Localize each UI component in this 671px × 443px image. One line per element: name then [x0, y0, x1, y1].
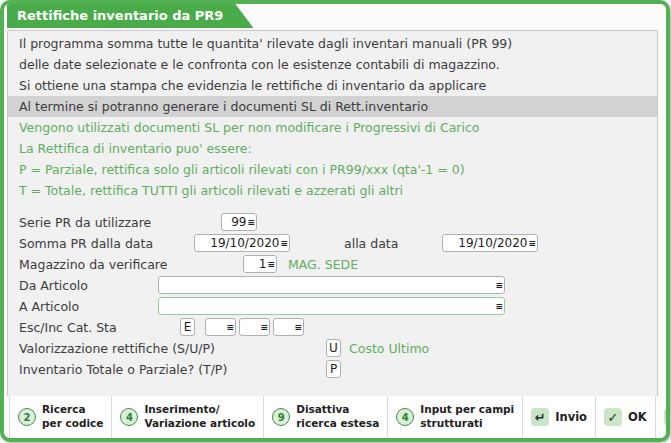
button-label: per codice — [42, 417, 103, 429]
info-line-7: P = Parziale, rettifica solo gli articol… — [8, 159, 657, 180]
info-line-3: Si ottiene una stampa che evidenzia le r… — [8, 75, 657, 96]
da-articolo-field[interactable]: ≡ — [158, 276, 505, 294]
invio-button[interactable]: ↵ Invio — [523, 396, 596, 438]
form-row-a-articolo: A Articolo ≡ — [8, 296, 657, 317]
valorizzazione-label: Valorizzazione rettifiche (S/U/P) — [19, 338, 215, 359]
app-window: Rettifiche inventario da PR9 Il programm… — [0, 0, 670, 442]
inventario-value: P — [330, 362, 337, 376]
esc-inc-mode-value: E — [184, 320, 192, 334]
esc-inc-label: Esc/Inc Cat. Sta — [19, 317, 117, 338]
valorizzazione-note: Costo Ultimo — [349, 338, 429, 359]
inventario-field[interactable]: P — [326, 360, 341, 378]
button-label: ricerca estesa — [296, 417, 379, 429]
magazzino-field[interactable]: 1 ≡ — [243, 255, 277, 273]
date-to-value: 19/10/2020 — [458, 236, 527, 250]
ricerca-per-codice-button[interactable]: 2 Ricerca per codice — [9, 396, 112, 438]
magazzino-label: Magazzino da verificare — [19, 254, 167, 275]
disattiva-ricerca-estesa-button[interactable]: 9 Disattiva ricerca estesa — [264, 396, 388, 438]
circled-4-key-icon: 4 — [396, 408, 414, 426]
page-title: Rettifiche inventario da PR9 — [17, 8, 223, 23]
window-title-tab: Rettifiche inventario da PR9 — [7, 4, 253, 28]
field-menu-icon[interactable]: ≡ — [280, 239, 288, 248]
field-menu-icon[interactable]: ≡ — [260, 323, 268, 332]
info-line-8: T = Totale, rettifica TUTTI gli articoli… — [8, 180, 657, 201]
button-label: Disattiva — [296, 403, 349, 415]
alla-data-label: alla data — [344, 233, 398, 254]
da-articolo-label: Da Articolo — [19, 275, 88, 296]
field-menu-icon[interactable]: ≡ — [226, 323, 234, 332]
button-label: OK — [628, 410, 647, 424]
button-label: Variazione articolo — [144, 417, 255, 429]
button-label: Input per campi — [420, 403, 514, 415]
titlebar: Rettifiche inventario da PR9 — [4, 4, 666, 30]
main-panel: Il programma somma tutte le quantita' ri… — [7, 30, 658, 397]
ok-button[interactable]: ✓ OK — [596, 396, 656, 438]
serie-pr-field[interactable]: 99 ≡ — [221, 213, 257, 231]
field-menu-icon[interactable]: ≡ — [294, 323, 302, 332]
serie-pr-value: 99 — [231, 215, 246, 229]
circled-9-key-icon: 9 — [272, 408, 290, 426]
check-icon: ✓ — [604, 408, 622, 426]
info-line-5: Vengono utilizzati documenti SL per non … — [8, 117, 657, 138]
button-label: Ricerca — [42, 403, 86, 415]
input-campi-strutturati-button[interactable]: 4 Input per campi strutturati — [388, 396, 523, 438]
form-row-date-range: Somma PR dalla data 19/10/2020 ≡ alla da… — [8, 233, 657, 254]
field-menu-icon[interactable]: ≡ — [528, 239, 536, 248]
a-articolo-label: A Articolo — [19, 296, 79, 317]
button-label: strutturati — [420, 417, 482, 429]
form-row-valorizzazione: Valorizzazione rettifiche (S/U/P) U Cost… — [8, 338, 657, 359]
form-row-serie: Serie PR da utilizzare 99 ≡ — [8, 212, 657, 233]
button-label: Invio — [555, 410, 587, 424]
inventario-label: Inventario Totale o Parziale? (T/P) — [19, 359, 227, 380]
form-row-inventario: Inventario Totale o Parziale? (T/P) P — [8, 359, 657, 380]
enter-icon: ↵ — [531, 408, 549, 426]
field-menu-icon[interactable]: ≡ — [267, 260, 275, 269]
close-icon: × — [664, 408, 670, 426]
magazzino-note: MAG. SEDE — [288, 254, 358, 275]
serie-pr-label: Serie PR da utilizzare — [19, 212, 151, 233]
function-key-toolbar: 2 Ricerca per codice 4 Inserimento/ Vari… — [4, 396, 666, 438]
date-to-field[interactable]: 19/10/2020 ≡ — [442, 234, 538, 252]
inserimento-variazione-button[interactable]: 4 Inserimento/ Variazione articolo — [112, 396, 264, 438]
form-row-magazzino: Magazzino da verificare 1 ≡ MAG. SEDE — [8, 254, 657, 275]
esc-inc-cat3-field[interactable]: ≡ — [273, 318, 304, 336]
circled-2-key-icon: 2 — [18, 408, 36, 426]
info-line-1: Il programma somma tutte le quantita' ri… — [8, 33, 657, 54]
info-line-2: delle date selezionate e le confronta co… — [8, 54, 657, 75]
field-menu-icon[interactable]: ≡ — [495, 302, 503, 311]
esc-inc-cat1-field[interactable]: ≡ — [205, 318, 236, 336]
date-from-value: 19/10/2020 — [210, 236, 279, 250]
somma-pr-label: Somma PR dalla data — [19, 233, 153, 254]
esc-inc-mode-field[interactable]: E — [180, 318, 195, 336]
circled-4-key-icon: 4 — [120, 408, 138, 426]
field-menu-icon[interactable]: ≡ — [247, 218, 255, 227]
esc-inc-cat2-field[interactable]: ≡ — [239, 318, 270, 336]
magazzino-value: 1 — [259, 257, 267, 271]
parameters-form: Serie PR da utilizzare 99 ≡ Somma PR dal… — [8, 212, 657, 380]
form-row-esc-inc: Esc/Inc Cat. Sta E ≡ ≡ ≡ — [8, 317, 657, 338]
esci-button[interactable]: × Esci — [656, 396, 670, 438]
valorizzazione-field[interactable]: U — [326, 339, 341, 357]
info-messages: Il programma somma tutte le quantita' ri… — [8, 31, 657, 201]
field-menu-icon[interactable]: ≡ — [495, 281, 503, 290]
a-articolo-field[interactable]: ≡ — [158, 297, 505, 315]
info-line-highlighted: Al termine si potranno generare i docume… — [8, 96, 657, 117]
form-row-da-articolo: Da Articolo ≡ — [8, 275, 657, 296]
button-label: Inserimento/ — [144, 403, 219, 415]
info-line-6: La Rettifica di inventario puo' essere: — [8, 138, 657, 159]
valorizzazione-value: U — [329, 341, 338, 355]
date-from-field[interactable]: 19/10/2020 ≡ — [194, 234, 290, 252]
